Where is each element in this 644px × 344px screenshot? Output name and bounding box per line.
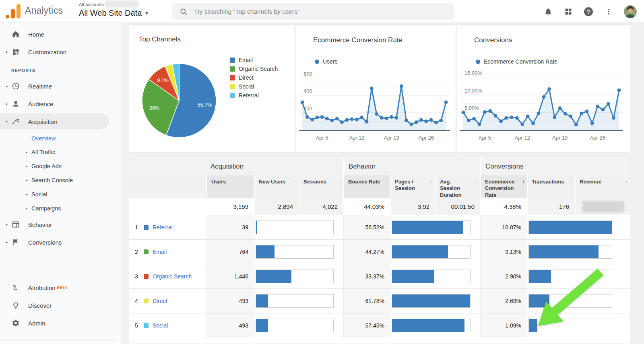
row-rank: 5	[135, 322, 144, 329]
sort-arrow-icon[interactable]: ↓	[385, 179, 388, 185]
svg-text:5.00%: 5.00%	[464, 105, 479, 111]
bar-track	[256, 294, 334, 308]
legend-swatch-icon	[230, 75, 235, 80]
sort-arrow-icon[interactable]: ↓	[430, 179, 433, 185]
sidebar-item-home[interactable]: Home	[0, 26, 121, 42]
column-header-revenue[interactable]: Revenue↓	[575, 175, 630, 198]
sidebar-item-discover[interactable]: Discover	[0, 297, 121, 313]
bar-track	[256, 319, 334, 332]
breadcrumb[interactable]: All accounts›	[79, 2, 107, 7]
channel-swatch-icon	[144, 225, 149, 230]
chevron-right-icon[interactable]: ▸	[4, 84, 10, 88]
pie-legend: EmailOrganic SearchDirectSocialReferral	[230, 56, 278, 100]
column-header-spacer	[129, 175, 206, 198]
lightbulb-icon	[11, 301, 20, 310]
cell-users: 39	[206, 215, 254, 239]
bar-fill	[529, 295, 549, 307]
sort-arrow-icon[interactable]: ↓	[570, 179, 572, 185]
users-share-bar	[254, 215, 343, 239]
sidebar-item-overview[interactable]: Overview	[0, 131, 121, 146]
sidebar-item-search-console[interactable]: ▸Search Console	[0, 173, 121, 187]
total-avg-session-duration: 00:01:50	[435, 198, 480, 215]
bar-track	[528, 294, 612, 308]
users-line-chart: 200400600Apr 5Apr 12Apr 19Apr 26	[296, 69, 456, 149]
chevron-right-icon[interactable]: ▸	[4, 50, 10, 54]
sort-arrow-icon[interactable]: ↓	[522, 179, 524, 185]
column-header-pages-session[interactable]: Pages / Session↓	[390, 175, 435, 198]
column-header-bounce-rate[interactable]: Bounce Rate↓	[343, 175, 390, 198]
column-header-new-users[interactable]: New Users↓	[254, 175, 299, 198]
sort-arrow-icon[interactable]: ↓	[625, 179, 627, 185]
sidebar-item-attribution[interactable]: AttributionBETA	[0, 280, 121, 296]
bar-fill	[392, 221, 463, 234]
column-header-sessions[interactable]: Sessions↓	[299, 175, 343, 198]
property-selector[interactable]: All Web Site Data▼	[79, 8, 149, 18]
channel-link-organic-search[interactable]: Organic Search	[153, 273, 192, 280]
chevron-right-icon: ▸	[26, 206, 31, 210]
column-header-users[interactable]: Users↓	[206, 175, 254, 198]
search-input[interactable]	[194, 8, 436, 15]
chevron-right-icon[interactable]: ▸	[4, 222, 10, 227]
total-new-users: 2,894	[254, 198, 299, 215]
clock-icon	[11, 82, 20, 91]
sidebar-item-label: All Traffic	[31, 149, 55, 155]
bounce-rate-bar	[390, 264, 480, 288]
channel-link-referral[interactable]: Referral	[153, 224, 173, 231]
sidebar-item-all-traffic[interactable]: ▸All Traffic	[0, 145, 121, 159]
sidebar-item-campaigns[interactable]: ▸Campaigns	[0, 202, 121, 215]
sidebar-item-behavior[interactable]: ▸Behavior	[0, 216, 121, 233]
sidebar-item-label: Overview	[31, 135, 56, 142]
svg-text:?: ?	[587, 8, 590, 15]
channel-link-direct[interactable]: Direct	[153, 298, 167, 304]
bar-fill	[256, 319, 268, 332]
sidebar-item-label: Behavior	[28, 221, 52, 228]
avatar[interactable]	[624, 5, 637, 18]
sidebar-item-label: Campaigns	[31, 205, 61, 212]
cell-pad	[622, 264, 630, 288]
column-header-ecommerce-conversion-rate[interactable]: Ecommerce Conversion Rate↓	[480, 175, 527, 198]
apps-grid-icon[interactable]	[564, 7, 573, 16]
help-icon[interactable]: ?	[584, 7, 593, 16]
sidebar-item-realtime[interactable]: ▸Realtime	[0, 78, 121, 94]
sidebar-item-label: Realtime	[28, 83, 52, 90]
sort-arrow-icon[interactable]: ↓	[294, 179, 296, 185]
sidebar-item-audience[interactable]: ▸Audience	[0, 96, 121, 112]
bar-track	[392, 220, 471, 234]
analytics-logo-icon[interactable]	[6, 3, 24, 19]
search-bar[interactable]	[172, 3, 454, 20]
notifications-bell-icon[interactable]	[543, 7, 553, 16]
bar-fill	[529, 221, 612, 234]
channel-link-email[interactable]: Email	[153, 249, 167, 255]
chevron-down-icon[interactable]: ▾	[4, 119, 10, 124]
legend-item: Social	[230, 82, 278, 91]
sidebar-item-label: Conversions	[28, 239, 62, 246]
chevron-right-icon[interactable]: ▸	[4, 102, 10, 106]
chevron-right-icon[interactable]: ▸	[4, 240, 10, 244]
channel-swatch-icon	[144, 299, 149, 303]
sidebar-item-acquisition[interactable]: ▾Acquisition	[0, 113, 109, 130]
channel-swatch-icon	[144, 323, 149, 328]
bar-fill	[392, 245, 448, 258]
card-title: Top Channels	[139, 35, 181, 43]
sort-arrow-icon[interactable]: ↓	[339, 179, 341, 185]
sort-arrow-icon[interactable]: ↓	[249, 179, 252, 185]
sidebar-item-label: Social	[31, 191, 47, 198]
sidebar-item-conversions[interactable]: ▸Conversions	[0, 234, 121, 250]
channel-swatch-icon	[144, 274, 149, 279]
column-header-avg-session-duration[interactable]: Avg. Session Duration↓	[435, 175, 480, 198]
sidebar-item-customization[interactable]: ▸Customization	[0, 44, 121, 60]
card-title: Ecommerce Conversion Rate	[313, 36, 402, 44]
channel-link-social[interactable]: Social	[153, 322, 168, 329]
legend-swatch-icon	[230, 93, 235, 98]
conversions-line-chart: 5.00%10.00%15.00%Apr 5Apr 12Apr 19Apr 26	[457, 69, 631, 149]
table-row-channel: 3Organic Search	[129, 264, 206, 288]
sidebar-item-admin[interactable]: Admin	[0, 315, 121, 331]
sidebar-item-social[interactable]: ▸Social	[0, 187, 121, 201]
channels-table-card: AcquisitionBehaviorConversionsUsers↓New …	[129, 157, 630, 344]
sidebar-item-google-ads[interactable]: ▸Google Ads	[0, 159, 121, 173]
conversion-rate-bar	[527, 215, 622, 239]
column-header-transactions[interactable]: Transactions↓	[527, 175, 575, 198]
legend-swatch-icon	[230, 58, 235, 63]
sort-arrow-icon[interactable]: ↓	[475, 179, 478, 185]
more-vert-icon[interactable]	[604, 7, 613, 16]
